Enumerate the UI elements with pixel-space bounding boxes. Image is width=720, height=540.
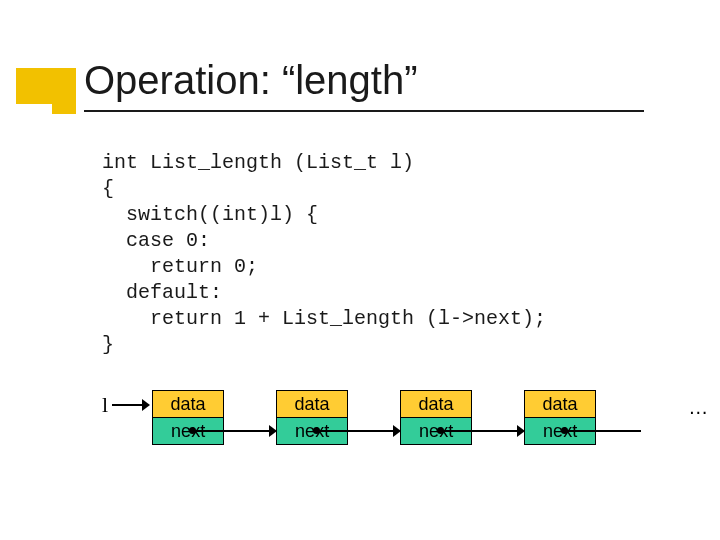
list-node: data next	[276, 390, 348, 445]
code-line: case 0:	[102, 229, 210, 252]
arrow-icon	[348, 390, 400, 446]
list-node: data next	[524, 390, 596, 445]
code-line: int List_length (List_t l)	[102, 151, 414, 174]
node-data-cell: data	[525, 391, 595, 417]
code-line: }	[102, 333, 114, 356]
arrow-icon	[224, 390, 276, 446]
arrow-icon	[472, 390, 524, 446]
arrow-icon	[596, 390, 648, 446]
title-underline	[84, 110, 644, 112]
code-line: return 1 + List_length (l->next);	[102, 307, 546, 330]
arrow-icon	[112, 390, 152, 420]
code-line: {	[102, 177, 114, 200]
accent-block-small	[52, 104, 76, 114]
list-node: data next	[152, 390, 224, 445]
node-data-cell: data	[277, 391, 347, 417]
accent-block	[16, 68, 76, 104]
linked-list-diagram: l data next data next data next data nex…	[102, 390, 708, 446]
ellipsis: …	[688, 396, 708, 419]
list-node: data next	[400, 390, 472, 445]
list-variable: l	[102, 392, 108, 418]
code-line: switch((int)l) {	[102, 203, 318, 226]
node-data-cell: data	[153, 391, 223, 417]
code-line: return 0;	[102, 255, 258, 278]
node-data-cell: data	[401, 391, 471, 417]
code-line: default:	[102, 281, 222, 304]
code-block: int List_length (List_t l) { switch((int…	[102, 150, 546, 358]
slide-title: Operation: “length”	[84, 58, 418, 103]
